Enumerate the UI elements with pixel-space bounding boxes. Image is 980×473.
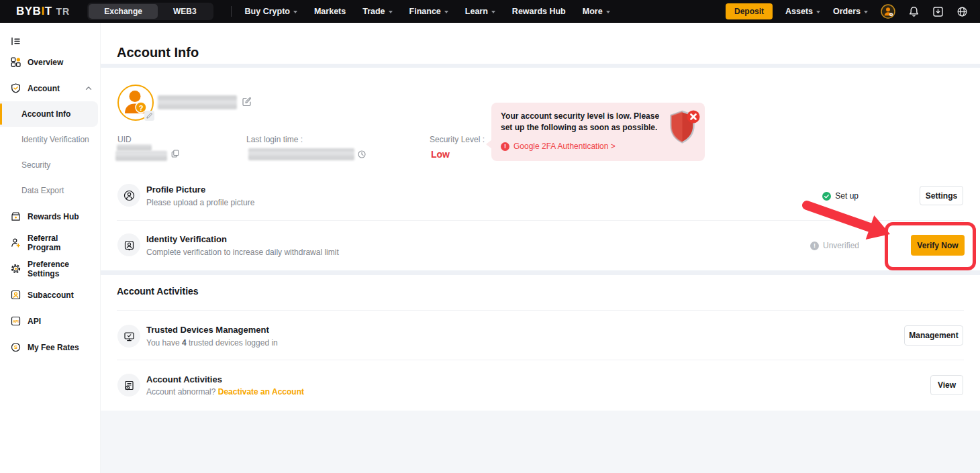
profile-avatar[interactable]: ? xyxy=(117,85,154,121)
main-menu: Buy Crypto Markets Trade Finance Learn R… xyxy=(245,7,610,16)
nav-label: Trade xyxy=(362,7,385,16)
chevron-down-icon xyxy=(444,11,448,13)
copy-uid-icon[interactable] xyxy=(171,150,179,158)
deposit-button[interactable]: Deposit xyxy=(726,3,773,19)
uid-label: UID xyxy=(117,135,132,144)
nav-label: Rewards Hub xyxy=(512,7,566,16)
section-divider-strip xyxy=(101,270,980,275)
nav-label: Orders xyxy=(833,7,861,16)
svg-text:API: API xyxy=(13,319,19,323)
nav-more[interactable]: More xyxy=(583,7,610,16)
nav-markets[interactable]: Markets xyxy=(314,7,346,16)
sidebar-item-preference-settings[interactable]: Preference Settings xyxy=(0,256,100,282)
notifications-bell-icon[interactable] xyxy=(908,6,920,17)
sidebar-item-label: Data Export xyxy=(21,186,64,195)
edit-username-icon[interactable] xyxy=(242,97,252,107)
bubble-tail xyxy=(486,140,492,149)
logo-region: TR xyxy=(56,6,70,17)
row-subtitle-identity-verification: Complete verification to increase daily … xyxy=(146,248,339,257)
nav-rewards-hub[interactable]: Rewards Hub xyxy=(512,7,566,16)
sidebar-item-api[interactable]: API API xyxy=(0,308,100,334)
nav-label: Finance xyxy=(409,7,441,16)
sidebar-item-label: Preference Settings xyxy=(28,260,92,278)
nav-divider xyxy=(231,6,232,17)
sidebar-item-rewards-hub[interactable]: Rewards Hub xyxy=(0,203,100,229)
api-icon: API xyxy=(11,316,21,326)
sidebar-item-label: Security xyxy=(21,160,50,170)
settings-button[interactable]: Settings xyxy=(920,186,963,205)
status-label: Set up xyxy=(835,191,859,201)
status-label: Unverified xyxy=(823,241,859,250)
sidebar-item-identity-verification[interactable]: Identity Verification xyxy=(0,127,100,152)
tab-web3[interactable]: WEB3 xyxy=(158,4,212,19)
sidebar-item-my-fee-rates[interactable]: S My Fee Rates xyxy=(0,334,100,360)
fee-rates-icon: S xyxy=(11,342,21,352)
alert-exclamation-icon: ! xyxy=(501,142,509,151)
sidebar-item-referral-program[interactable]: Referral Program xyxy=(0,229,100,256)
subtitle-prefix: You have xyxy=(146,338,182,348)
avatar-edit-icon[interactable] xyxy=(144,111,154,121)
main-content: Account Info ? UID Last login time : xyxy=(101,23,980,473)
sidebar-item-label: Subaccount xyxy=(28,291,92,300)
sidebar-item-account[interactable]: Account xyxy=(0,75,100,101)
account-shield-icon xyxy=(11,83,21,93)
sidebar-item-label: Rewards Hub xyxy=(28,212,92,221)
clock-icon xyxy=(358,150,366,158)
deactivate-account-link[interactable]: Deactivate an Account xyxy=(218,387,304,397)
chevron-down-icon xyxy=(816,11,820,13)
bybit-logo[interactable]: BYBIT TR xyxy=(16,5,70,18)
view-button[interactable]: View xyxy=(930,375,963,395)
security-level-value: Low xyxy=(431,149,450,160)
app-download-icon[interactable] xyxy=(932,6,944,17)
management-button[interactable]: Management xyxy=(904,325,963,346)
info-icon: ! xyxy=(810,242,819,250)
account-activities-heading: Account Activities xyxy=(117,286,199,297)
sidebar-item-label: API xyxy=(28,317,92,326)
sidebar-item-overview[interactable]: Overview xyxy=(0,49,100,75)
sidebar-item-subaccount[interactable]: Subaccount xyxy=(0,282,100,308)
tab-exchange[interactable]: Exchange xyxy=(89,4,158,19)
account-activities-icon xyxy=(117,374,140,397)
chevron-down-icon xyxy=(293,11,297,13)
status-unverified: ! Unverified xyxy=(810,241,859,250)
verify-now-button[interactable]: Verify Now xyxy=(911,235,965,256)
sidebar-item-label: Referral Program xyxy=(28,233,92,252)
nav-buy-crypto[interactable]: Buy Crypto xyxy=(245,7,297,16)
nav-finance[interactable]: Finance xyxy=(409,7,448,16)
uid-redacted-top xyxy=(117,144,152,151)
chevron-up-icon xyxy=(85,86,92,91)
nav-orders[interactable]: Orders xyxy=(833,7,868,16)
logo-text-2: T xyxy=(45,5,52,18)
subtitle-prefix: Account abnormal? xyxy=(146,387,218,397)
chevron-down-icon xyxy=(389,11,393,13)
nav-assets[interactable]: Assets xyxy=(785,7,820,16)
sidebar-collapse-icon[interactable] xyxy=(11,36,21,46)
warning-shield-icon xyxy=(669,109,700,145)
row-subtitle-profile-picture: Please upload a profile picture xyxy=(146,198,254,207)
sidebar-item-account-info[interactable]: Account Info xyxy=(0,101,98,127)
nav-learn[interactable]: Learn xyxy=(465,7,495,16)
sidebar-item-label: Identity Verification xyxy=(21,135,89,144)
sidebar-item-label: Account xyxy=(28,84,79,93)
nav-trade[interactable]: Trade xyxy=(362,7,392,16)
sidebar-item-data-export[interactable]: Data Export xyxy=(0,178,100,203)
chevron-down-icon xyxy=(606,11,610,13)
sidebar: Overview Account Account Info Identity V… xyxy=(0,23,101,473)
nav-label: Buy Crypto xyxy=(245,7,290,16)
language-globe-icon[interactable] xyxy=(957,6,968,17)
status-set-up: Set up xyxy=(822,191,859,201)
google-2fa-link[interactable]: ! Google 2FA Authentication > xyxy=(501,142,616,151)
identity-verification-icon xyxy=(117,233,140,256)
user-avatar[interactable] xyxy=(881,4,895,19)
subaccount-icon xyxy=(11,290,21,300)
overview-grid-icon xyxy=(11,57,21,67)
username-redacted xyxy=(158,95,237,109)
warning-message: Your account security level is low. Plea… xyxy=(501,111,670,134)
row-title-profile-picture: Profile Picture xyxy=(146,185,205,195)
trusted-devices-icon xyxy=(117,325,140,348)
chevron-down-icon xyxy=(491,11,495,13)
sidebar-item-security[interactable]: Security xyxy=(0,152,100,178)
svg-text:?: ? xyxy=(139,104,144,112)
page-footer xyxy=(101,411,980,473)
row-subtitle-account-activities: Account abnormal? Deactivate an Account xyxy=(146,387,304,397)
